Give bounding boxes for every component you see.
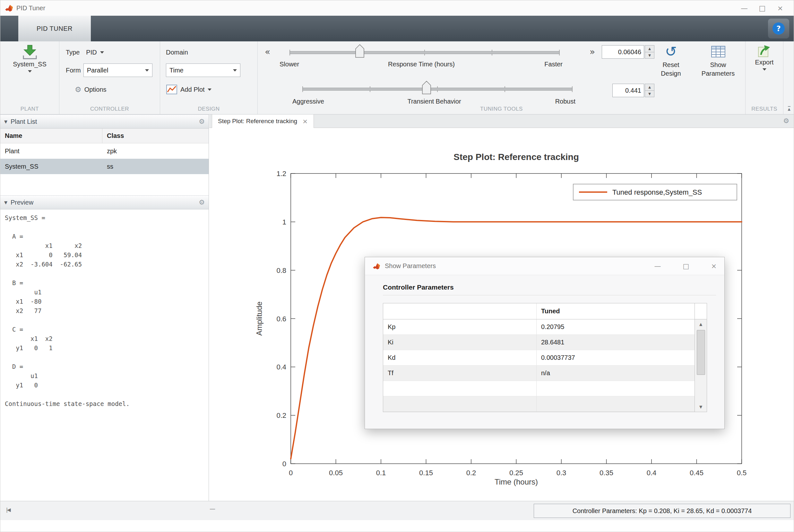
scroll-up-icon[interactable]: ▲ xyxy=(699,320,702,328)
response-time-input[interactable] xyxy=(602,45,644,59)
splitter-grip-icon[interactable]: — xyxy=(209,505,215,512)
chevron-down-icon xyxy=(233,69,237,72)
plant-list-rows: PlantzpkSystem_SSss xyxy=(0,143,209,174)
close-icon[interactable]: × xyxy=(771,4,789,12)
param-row[interactable] xyxy=(383,381,695,396)
preview-header[interactable]: ▼ Preview ⚙ xyxy=(0,195,209,209)
param-name-cell: Tf xyxy=(383,365,537,381)
ribbon-toolbar: System_SS PLANT Type PID Form Parallel xyxy=(0,41,794,114)
svg-text:0: 0 xyxy=(282,460,286,468)
domain-combobox[interactable]: Time xyxy=(166,63,240,77)
type-dropdown[interactable]: PID xyxy=(84,48,106,57)
slider2-right-label: Robust xyxy=(555,98,575,105)
options-label: Options xyxy=(85,86,107,93)
svg-text:0.4: 0.4 xyxy=(647,469,657,477)
gear-icon[interactable]: ⚙ xyxy=(199,118,205,125)
param-row[interactable] xyxy=(383,396,695,412)
column-header-class[interactable]: Class xyxy=(103,132,209,139)
help-area: ? xyxy=(768,19,789,38)
tuned-column-header: Tuned xyxy=(537,303,695,319)
svg-text:Time (hours): Time (hours) xyxy=(495,477,538,486)
form-value: Parallel xyxy=(87,67,109,74)
plant-list-header[interactable]: ▼ Plant List ⚙ xyxy=(0,114,209,129)
svg-text:0: 0 xyxy=(289,469,293,477)
dialog-close-icon[interactable]: × xyxy=(711,262,717,270)
column-header-name[interactable]: Name xyxy=(0,129,103,143)
section-label-tuning-tools: TUNING TOOLS xyxy=(258,106,745,112)
status-parameters-box: Controller Parameters: Kp = 0.208, Ki = … xyxy=(534,504,791,518)
param-name-column-header xyxy=(383,303,537,319)
param-table-rows: Kp0.20795Ki28.6481Kd0.00037737Tfn/a xyxy=(383,319,695,412)
gear-icon: ⚙ xyxy=(75,86,81,93)
plant-name: Plant xyxy=(0,148,103,155)
plant-list-row[interactable]: System_SSss xyxy=(0,159,209,174)
tab-close-icon[interactable]: × xyxy=(302,117,308,125)
svg-text:0.25: 0.25 xyxy=(509,469,523,477)
export-button[interactable]: Export xyxy=(745,44,783,71)
spin-down-icon[interactable]: ▼ xyxy=(645,91,654,97)
reset-design-label-2: Design xyxy=(661,69,681,78)
export-icon xyxy=(757,44,772,58)
transient-behavior-slider[interactable] xyxy=(301,80,574,96)
plant-list-row[interactable]: Plantzpk xyxy=(0,143,209,159)
maximize-icon[interactable]: □ xyxy=(753,4,771,12)
svg-text:0.3: 0.3 xyxy=(556,469,567,477)
collapse-panel-icon[interactable]: ▼ xyxy=(4,119,7,124)
help-button[interactable]: ? xyxy=(773,22,785,35)
transient-behavior-spinner[interactable]: ▲ ▼ xyxy=(645,84,654,97)
plant-select-button[interactable]: System_SS xyxy=(0,44,59,73)
parameters-table-header: Tuned xyxy=(383,303,695,319)
transient-behavior-slider-thumb[interactable] xyxy=(422,81,431,94)
response-time-slider[interactable] xyxy=(288,43,561,60)
reset-design-button[interactable]: ↺ Reset Design xyxy=(652,43,689,78)
plant-class: ss xyxy=(103,163,209,170)
tab-pid-tuner[interactable]: PID TUNER xyxy=(18,16,91,41)
svg-text:0.8: 0.8 xyxy=(276,266,286,274)
dialog-scrollbar[interactable]: ▲ ▼ xyxy=(695,303,707,412)
tab-step-plot[interactable]: Step Plot: Reference tracking × xyxy=(212,114,314,128)
matlab-logo-icon xyxy=(373,263,380,270)
spin-up-icon[interactable]: ▲ xyxy=(645,84,654,91)
param-row[interactable]: Kp0.20795 xyxy=(383,319,695,335)
type-label: Type xyxy=(66,49,79,56)
plant-button-label: System_SS xyxy=(13,61,46,68)
scroll-down-icon[interactable]: ▼ xyxy=(699,403,702,411)
pid-tuner-window: PID Tuner — □ × PID TUNER ? System_SS xyxy=(0,0,794,532)
options-button[interactable]: ⚙ Options xyxy=(75,86,107,93)
svg-text:0.2: 0.2 xyxy=(466,469,476,477)
collapse-panel-icon[interactable]: ▼ xyxy=(4,200,7,205)
chevron-down-icon xyxy=(100,51,104,54)
minimize-ribbon-icon[interactable]: ▲ xyxy=(788,106,791,111)
param-value-cell: n/a xyxy=(537,365,695,381)
reset-design-label-1: Reset xyxy=(662,61,679,69)
transient-behavior-input[interactable] xyxy=(612,84,644,97)
minimize-icon[interactable]: — xyxy=(735,4,753,12)
slider-increase-icon[interactable]: » xyxy=(590,46,595,57)
dialog-minimize-icon[interactable]: — xyxy=(654,262,661,270)
gear-icon[interactable]: ⚙ xyxy=(199,199,205,206)
slider1-left-label: Slower xyxy=(279,61,299,68)
parameters-table-icon xyxy=(711,45,726,58)
scrollbar-thumb[interactable] xyxy=(697,330,705,375)
form-combobox[interactable]: Parallel xyxy=(84,63,152,77)
param-value-cell: 28.6481 xyxy=(537,335,695,350)
param-row[interactable]: Ki28.6481 xyxy=(383,335,695,350)
dialog-maximize-icon[interactable]: □ xyxy=(683,262,689,270)
param-row[interactable]: Kd0.00037737 xyxy=(383,350,695,365)
show-parameters-button[interactable]: Show Parameters xyxy=(691,43,744,78)
show-parameters-label-2: Parameters xyxy=(702,69,735,78)
slider2-left-label: Aggressive xyxy=(292,98,324,105)
collapse-left-panel-icon[interactable]: |◀ xyxy=(6,507,10,513)
chevron-down-icon xyxy=(762,68,767,71)
svg-text:0.1: 0.1 xyxy=(376,469,386,477)
add-plot-button[interactable]: Add Plot xyxy=(166,84,211,95)
ribbon-section-results: Export RESULTS xyxy=(745,41,783,114)
import-plant-icon xyxy=(21,44,39,60)
title-bar: PID Tuner — □ × xyxy=(0,0,794,16)
gear-icon[interactable]: ⚙ xyxy=(783,118,789,125)
response-time-slider-thumb[interactable] xyxy=(356,44,364,57)
slider-decrease-icon[interactable]: « xyxy=(265,46,270,57)
dialog-title-bar[interactable]: Show Parameters — □ × xyxy=(365,257,724,275)
dialog-title: Show Parameters xyxy=(385,262,436,270)
param-row[interactable]: Tfn/a xyxy=(383,365,695,381)
